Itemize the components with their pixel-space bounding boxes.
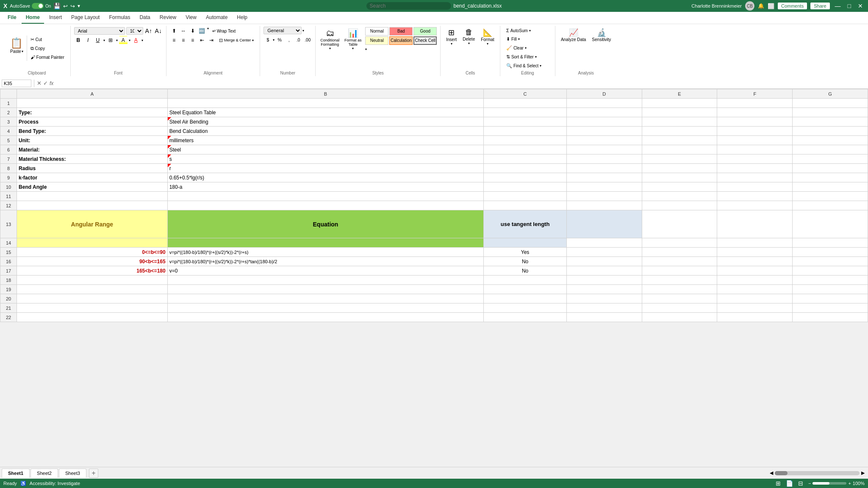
number-format-select[interactable]: General <box>263 27 302 34</box>
paste-button[interactable]: 📋 Paste ▾ <box>7 36 27 61</box>
formula-input[interactable] <box>55 80 866 86</box>
sheet-table-wrapper[interactable]: A B C D E F G 1 <box>0 89 868 467</box>
tab-view[interactable]: View <box>181 12 201 24</box>
cell-e3[interactable] <box>642 117 717 127</box>
cell-reference-input[interactable] <box>2 80 31 87</box>
cell-f12[interactable] <box>717 201 793 210</box>
tab-sheet2[interactable]: Sheet2 <box>31 469 58 477</box>
cell-a11[interactable] <box>17 192 168 201</box>
cell-b8[interactable]: r <box>167 164 484 173</box>
undo-icon[interactable]: ↩ <box>63 3 68 9</box>
cell-a12[interactable] <box>17 201 168 210</box>
share-button[interactable]: Share <box>810 3 829 9</box>
cell-f8[interactable] <box>717 164 793 173</box>
cell-b12[interactable] <box>167 201 484 210</box>
close-btn[interactable]: ✕ <box>856 3 865 9</box>
cell-f14[interactable] <box>717 238 793 248</box>
cell-e1[interactable] <box>642 99 717 108</box>
scrollbar-thumb[interactable] <box>775 471 788 475</box>
percent-btn[interactable]: % <box>275 36 284 44</box>
cell-f16[interactable] <box>717 257 793 266</box>
cell-b17[interactable]: v=0 <box>167 266 484 276</box>
align-middle-btn[interactable]: ↔ <box>179 27 188 35</box>
cell-c4[interactable] <box>484 127 567 136</box>
cell-c22[interactable] <box>484 313 567 322</box>
clear-dropdown[interactable]: ▾ <box>525 46 527 50</box>
underline-dropdown[interactable]: ▾ <box>103 39 105 42</box>
cell-g16[interactable] <box>793 257 868 266</box>
horizontal-scrollbar[interactable]: ◀ ▶ <box>766 470 868 476</box>
increase-indent-btn[interactable]: ⇥ <box>207 36 216 44</box>
font-color-dropdown[interactable]: ▾ <box>141 39 143 42</box>
merge-dropdown[interactable]: ▾ <box>252 39 254 42</box>
decrease-decimal-btn[interactable]: .0 <box>294 36 302 44</box>
scroll-left-icon[interactable]: ◀ <box>770 470 773 476</box>
cut-button[interactable]: ✂ Cut <box>28 36 67 44</box>
cell-g7[interactable] <box>793 154 868 164</box>
cell-f20[interactable] <box>717 294 793 303</box>
cell-e6[interactable] <box>642 145 717 154</box>
autosave-toggle[interactable] <box>32 3 44 9</box>
cell-a6[interactable]: Material: <box>17 145 168 154</box>
clear-button[interactable]: 🧹 Clear ▾ <box>504 44 552 52</box>
cell-g2[interactable] <box>793 108 868 117</box>
cell-g14[interactable] <box>793 238 868 248</box>
cell-g4[interactable] <box>793 127 868 136</box>
cell-e9[interactable] <box>642 173 717 182</box>
cell-c15[interactable]: Yes <box>484 248 567 257</box>
currency-dropdown[interactable]: ▾ <box>273 38 275 42</box>
font-color-button[interactable]: A <box>132 36 140 44</box>
col-header-d[interactable]: D <box>566 89 642 99</box>
sensitivity-button[interactable]: 🔬 Sensitivity <box>590 27 613 43</box>
cell-c10[interactable] <box>484 182 567 192</box>
cell-b5[interactable]: millimeters <box>167 136 484 145</box>
cell-e17[interactable] <box>642 266 717 276</box>
tab-automate[interactable]: Automate <box>202 12 232 24</box>
cell-g22[interactable] <box>793 313 868 322</box>
tab-sheet3[interactable]: Sheet3 <box>59 469 86 477</box>
cell-d19[interactable] <box>566 285 642 294</box>
cell-b15[interactable]: v=pi*((180-b)/180)*(r+((s/2)*k))-2*(r+s) <box>167 248 484 257</box>
cell-b10[interactable]: 180-a <box>167 182 484 192</box>
style-good[interactable]: Good <box>413 27 437 36</box>
style-calculation[interactable]: Calculation <box>389 36 413 45</box>
cell-d1[interactable] <box>566 99 642 108</box>
cell-b6[interactable]: Steel <box>167 145 484 154</box>
align-right-btn[interactable]: ≡ <box>189 36 197 44</box>
cell-a14[interactable] <box>17 238 168 248</box>
cell-e13[interactable] <box>642 210 717 238</box>
cell-g6[interactable] <box>793 145 868 154</box>
page-layout-icon[interactable]: 📄 <box>786 480 793 487</box>
scroll-right-icon[interactable]: ▶ <box>861 470 865 476</box>
style-neutral[interactable]: Neutral <box>365 36 388 45</box>
cell-b19[interactable] <box>167 285 484 294</box>
orientation-dropdown[interactable]: ▾ <box>207 27 209 35</box>
cell-c14[interactable] <box>484 238 567 248</box>
ribbon-toggle-icon[interactable]: ⬜ <box>768 3 774 9</box>
cell-b20[interactable] <box>167 294 484 303</box>
cell-b18[interactable] <box>167 276 484 285</box>
cell-f15[interactable] <box>717 248 793 257</box>
tab-formulas[interactable]: Formulas <box>105 12 134 24</box>
currency-btn[interactable]: $ <box>263 36 272 44</box>
cell-d8[interactable] <box>566 164 642 173</box>
find-select-button[interactable]: 🔍 Find & Select ▾ <box>504 62 552 70</box>
autosum-dropdown[interactable]: ▾ <box>529 29 531 33</box>
cell-g20[interactable] <box>793 294 868 303</box>
zoom-control[interactable]: − + 100% <box>808 481 865 486</box>
cell-a1[interactable] <box>17 99 168 108</box>
cell-c3[interactable] <box>484 117 567 127</box>
comments-button[interactable]: Comments <box>778 3 807 9</box>
tab-file[interactable]: File <box>3 12 21 24</box>
cell-e18[interactable] <box>642 276 717 285</box>
font-name-select[interactable]: Arial <box>74 27 125 35</box>
cell-d11[interactable] <box>566 192 642 201</box>
cell-a5[interactable]: Unit: <box>17 136 168 145</box>
confirm-icon[interactable]: ✓ <box>43 80 48 86</box>
cell-e11[interactable] <box>642 192 717 201</box>
cell-f3[interactable] <box>717 117 793 127</box>
cell-c6[interactable] <box>484 145 567 154</box>
cell-f6[interactable] <box>717 145 793 154</box>
styles-dropdown-arrow[interactable]: ▾ <box>365 47 367 51</box>
normal-view-icon[interactable]: ⊞ <box>776 480 781 487</box>
